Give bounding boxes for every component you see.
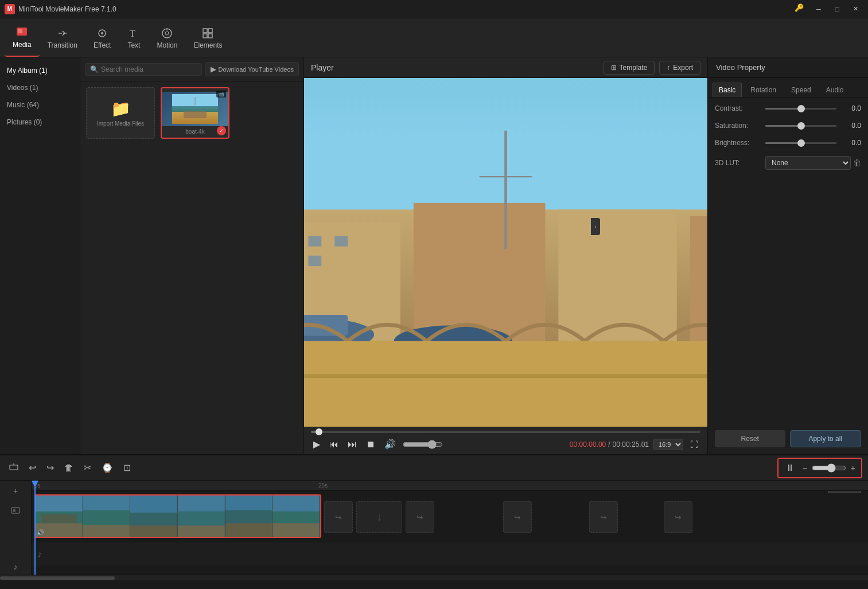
zoom-slider[interactable] [812, 463, 846, 473]
search-icon: 🔍 [90, 65, 99, 73]
timeline-content: + ♪ 0s 25s [0, 481, 868, 575]
transition-arrow-4: ↪ [600, 513, 607, 522]
contrast-slider[interactable] [765, 108, 836, 110]
svg-rect-26 [334, 236, 348, 246]
controls-row: ▶ ⏮ ⏭ ⏹ 🔊 00:00:00.00 / 00:00:25.01 16:9… [311, 438, 700, 451]
stop-button[interactable]: ⏹ [364, 438, 377, 451]
skip-back-button[interactable]: ⏮ [327, 438, 341, 451]
toolbar-item-media[interactable]: Media [5, 18, 40, 57]
tab-audio[interactable]: Audio [820, 83, 850, 97]
audio-rail-button[interactable]: ♪ [7, 559, 24, 575]
download-youtube-button[interactable]: ▶ Download YouTube Videos [205, 62, 299, 76]
saturation-slider[interactable] [765, 125, 836, 127]
reset-button[interactable]: Reset [715, 430, 785, 447]
brightness-slider[interactable] [765, 142, 836, 144]
transition-slot-5[interactable]: ↪ [664, 501, 692, 533]
template-button[interactable]: ⊞ Template [604, 61, 655, 75]
video-track-button[interactable] [7, 502, 24, 518]
undo-button[interactable]: ↩ [25, 460, 40, 475]
motion-icon [160, 26, 174, 40]
svg-rect-59 [225, 523, 273, 537]
volume-slider[interactable] [403, 440, 443, 449]
svg-rect-9 [208, 29, 212, 33]
tab-speed[interactable]: Speed [785, 83, 818, 97]
brightness-label: Brightness: [715, 139, 761, 147]
svg-rect-63 [273, 523, 320, 537]
transition-slot-3[interactable]: ↪ [503, 501, 532, 533]
music-item[interactable]: Music (64) [0, 96, 80, 114]
pictures-item[interactable]: Pictures (0) [0, 114, 80, 131]
add-track-button[interactable] [6, 460, 22, 476]
album-item[interactable]: My Album (1) [0, 62, 80, 79]
svg-rect-57 [225, 496, 273, 510]
play-button[interactable]: ▶ [311, 438, 322, 451]
toolbar: Media Transition Effect T Text Motion El… [0, 18, 868, 57]
add-track-rail-button[interactable]: + [7, 483, 24, 499]
time-separator: / [608, 440, 610, 448]
svg-point-6 [165, 32, 169, 35]
svg-rect-20 [414, 203, 545, 341]
timeline-scrollbar[interactable] [0, 575, 868, 580]
maximize-button[interactable]: □ [829, 3, 845, 15]
import-media-button[interactable]: 📁 Import Media Files [86, 87, 155, 139]
transition-slot-2[interactable]: ↪ [406, 501, 434, 533]
panel-collapse-button[interactable]: › [591, 218, 600, 235]
zoom-in-button[interactable]: + [848, 462, 858, 474]
transition-slot-1[interactable]: ↪ [324, 501, 353, 533]
svg-rect-53 [178, 496, 225, 512]
clip-frame-4 [178, 496, 225, 537]
audio-icon: 🔊 [37, 529, 44, 536]
transition-slot-4[interactable]: ↪ [589, 501, 618, 533]
toolbar-item-effect[interactable]: Effect [85, 18, 119, 57]
video-clip[interactable]: 🔊 [34, 494, 321, 538]
media-panel: 🔍 ▶ Download YouTube Videos 📁 Import Med… [80, 57, 304, 454]
videos-item[interactable]: Videos (1) [0, 79, 80, 96]
tab-rotation[interactable]: Rotation [744, 83, 783, 97]
svg-rect-27 [308, 256, 321, 266]
selection-check: ✓ [217, 126, 226, 135]
redo-button[interactable]: ↪ [43, 460, 57, 475]
close-button[interactable]: ✕ [847, 3, 863, 15]
svg-rect-46 [83, 510, 130, 525]
transition-arrow-5: ↪ [675, 513, 682, 522]
volume-button[interactable]: 🔊 [382, 438, 398, 451]
aspect-ratio-select[interactable]: 16:9 9:16 1:1 4:3 [653, 439, 683, 450]
template-icon: ⊞ [611, 64, 617, 72]
zoom-out-button[interactable]: − [800, 462, 809, 474]
export-button[interactable]: ↑ Export [659, 61, 700, 75]
lut-delete-button[interactable]: 🗑 [853, 158, 861, 167]
media-item-boat4k[interactable]: 📹 [161, 87, 229, 139]
toolbar-item-motion[interactable]: Motion [149, 18, 185, 57]
elements-icon [201, 26, 215, 40]
svg-text:T: T [130, 29, 135, 38]
cut-button[interactable]: ✂ [80, 460, 95, 475]
search-input[interactable] [101, 65, 197, 73]
toolbar-label-motion: Motion [157, 41, 177, 49]
toolbar-item-transition[interactable]: Transition [40, 18, 85, 57]
toolbar-item-text[interactable]: T Text [119, 18, 149, 57]
pause-button[interactable]: ⏸ [782, 461, 798, 475]
crop-button[interactable]: ⊡ [120, 460, 134, 475]
progress-bar[interactable] [311, 431, 700, 433]
svg-rect-8 [203, 29, 207, 33]
drop-zone-1[interactable]: ↓ [356, 501, 402, 533]
fullscreen-button[interactable]: ⛶ [688, 439, 700, 450]
property-buttons: Reset Apply to all [708, 430, 868, 454]
toolbar-item-elements[interactable]: Elements [185, 18, 230, 57]
delete-button[interactable]: 🗑 [61, 461, 77, 475]
svg-rect-14 [184, 111, 207, 118]
audio-button[interactable]: ⌚ [98, 460, 116, 475]
apply-to-all-button[interactable]: Apply to all [790, 430, 862, 447]
transition-icon [56, 26, 69, 40]
download-icon: ↓ [376, 510, 382, 524]
tab-basic[interactable]: Basic [713, 83, 742, 97]
minimize-button[interactable]: ─ [811, 3, 827, 15]
svg-rect-45 [83, 496, 130, 510]
key-icon: 🔑 [795, 3, 804, 15]
svg-rect-11 [208, 34, 212, 38]
lut-select[interactable]: None Preset 1 Preset 2 [765, 156, 851, 170]
svg-rect-61 [273, 496, 320, 512]
toolbar-label-media: Media [13, 41, 32, 49]
skip-forward-button[interactable]: ⏭ [345, 438, 359, 451]
svg-rect-49 [130, 496, 177, 513]
